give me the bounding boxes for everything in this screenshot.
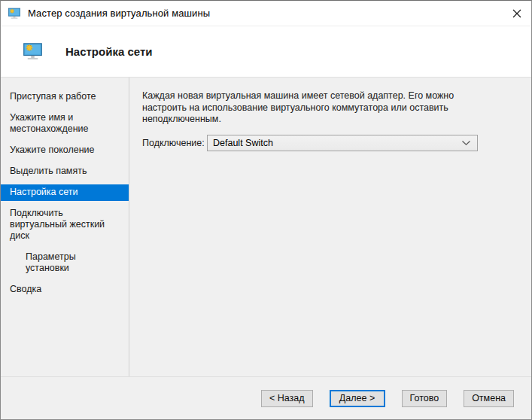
- sidebar-item-summary[interactable]: Сводка: [1, 282, 129, 298]
- wizard-body: Приступая к работе Укажите имя и местона…: [1, 78, 531, 376]
- back-button[interactable]: < Назад: [261, 390, 313, 407]
- vm-monitor-icon: [23, 42, 43, 61]
- connection-select[interactable]: Default Switch: [207, 135, 478, 151]
- close-button[interactable]: [503, 1, 531, 26]
- sidebar-item-networking[interactable]: Настройка сети: [1, 184, 129, 201]
- wizard-footer: < Назад Далее > Готово Отмена: [1, 376, 531, 419]
- sidebar-item-generation[interactable]: Укажите поколение: [1, 142, 129, 159]
- networking-description: Каждая новая виртуальная машина имеет се…: [142, 90, 478, 126]
- connection-selected-value: Default Switch: [213, 138, 461, 148]
- page-title: Настройка сети: [65, 45, 152, 58]
- close-icon: [512, 9, 521, 18]
- vm-monitor-icon: [8, 8, 21, 20]
- sidebar-item-virtual-hard-disk[interactable]: Подключить виртуальный жесткий диск: [1, 205, 129, 245]
- title-bar: Мастер создания виртуальной машины: [1, 1, 531, 26]
- next-button[interactable]: Далее >: [330, 390, 385, 407]
- chevron-down-icon: [461, 140, 471, 146]
- finish-button[interactable]: Готово: [402, 390, 448, 407]
- sidebar-item-memory[interactable]: Выделить память: [1, 163, 129, 180]
- cancel-button[interactable]: Отмена: [464, 390, 514, 407]
- sidebar-item-getting-started[interactable]: Приступая к работе: [1, 89, 129, 105]
- window-title: Мастер создания виртуальной машины: [28, 8, 210, 19]
- wizard-steps-sidebar: Приступая к работе Укажите имя и местона…: [1, 78, 129, 376]
- sidebar-item-installation-options[interactable]: Параметры установки: [1, 249, 129, 277]
- connection-field-row: Подключение: Default Switch: [142, 135, 478, 151]
- connection-label: Подключение:: [142, 138, 207, 148]
- wizard-header: Настройка сети: [1, 26, 531, 78]
- page-content: Каждая новая виртуальная машина имеет се…: [129, 78, 531, 376]
- wizard-window: Мастер создания виртуальной машины Настр…: [0, 0, 532, 420]
- sidebar-item-name-location[interactable]: Укажите имя и местонахождение: [1, 110, 129, 138]
